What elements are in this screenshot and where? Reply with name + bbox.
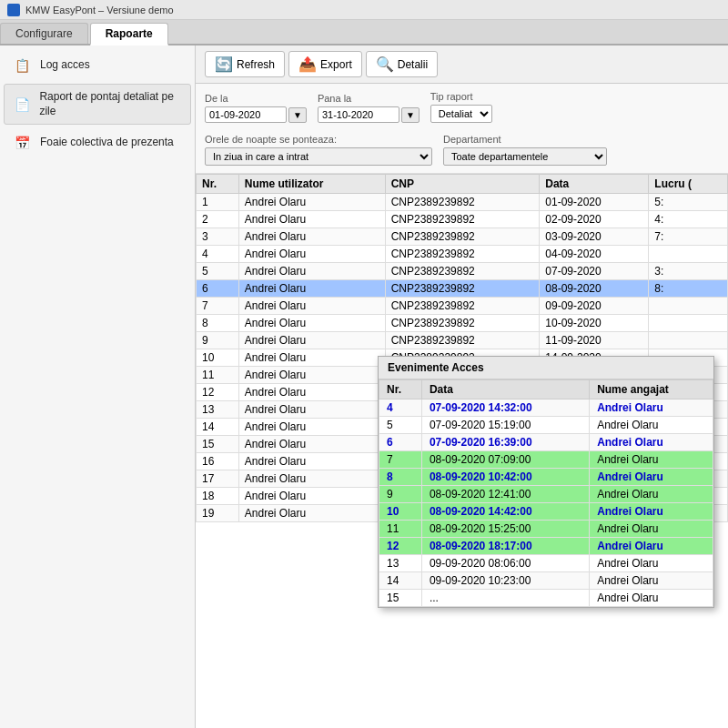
panala-input-group: ▼ xyxy=(318,106,420,123)
title-bar: KMW EasyPont – Versiune demo xyxy=(0,0,728,20)
tip-raport-select[interactable]: Detaliat xyxy=(430,105,492,123)
popup-cell-nr: 4 xyxy=(379,399,422,417)
title-text: KMW EasyPont – Versiune demo xyxy=(25,5,174,15)
popup-cell-nr: 9 xyxy=(379,486,422,503)
cell-nr: 19 xyxy=(197,505,239,522)
popup-cell-data: 09-09-2020 08:06:00 xyxy=(421,555,589,572)
popup-cell-nr: 10 xyxy=(379,503,422,521)
popup-cell-nume: Andrei Olaru xyxy=(590,538,713,555)
sidebar-item-foaie-colectiva[interactable]: 📅 Foaie colectiva de prezenta xyxy=(4,126,191,159)
tab-bar: Configurare Rapoarte xyxy=(0,20,728,46)
popup-cell-data: 09-09-2020 10:23:00 xyxy=(421,572,589,590)
table-row[interactable]: 5 Andrei Olaru CNP2389239892 07-09-2020 … xyxy=(197,263,728,280)
cell-nr: 13 xyxy=(197,401,239,419)
panala-input[interactable] xyxy=(318,106,399,123)
cell-nume: Andrei Olaru xyxy=(238,298,385,315)
cell-cnp: CNP2389239892 xyxy=(385,332,540,349)
popup-cell-nr: 6 xyxy=(379,434,422,451)
panala-calendar-btn[interactable]: ▼ xyxy=(401,107,420,123)
cell-lucru xyxy=(649,246,728,263)
col-cnp: CNP xyxy=(385,175,540,194)
popup-table-row[interactable]: 8 08-09-2020 10:42:00 Andrei Olaru xyxy=(379,469,713,486)
cell-nr: 17 xyxy=(197,470,239,488)
filter-tip-raport: Tip raport Detaliat xyxy=(430,91,492,123)
cell-data: 01-09-2020 xyxy=(540,194,649,211)
sidebar: 📋 Log acces 📄 Raport de pontaj detaliat … xyxy=(0,46,196,728)
cell-cnp: CNP2389239892 xyxy=(385,246,540,263)
table-header-row: Nr. Nume utilizator CNP Data Lucru ( xyxy=(197,175,728,194)
table-row[interactable]: 7 Andrei Olaru CNP2389239892 09-09-2020 xyxy=(197,298,728,315)
popup-col-nume: Nume angajat xyxy=(590,380,713,399)
log-acces-icon: 📋 xyxy=(11,55,33,76)
popup-table-row[interactable]: 14 09-09-2020 10:23:00 Andrei Olaru xyxy=(379,572,713,590)
tab-rapoarte[interactable]: Rapoarte xyxy=(90,23,168,46)
popup-cell-nr: 12 xyxy=(379,538,422,555)
popup-table-row[interactable]: 4 07-09-2020 14:32:00 Andrei Olaru xyxy=(379,399,713,417)
cell-nr: 15 xyxy=(197,436,239,453)
refresh-icon: 🔄 xyxy=(215,56,233,73)
cell-nr: 6 xyxy=(197,280,239,298)
table-row[interactable]: 2 Andrei Olaru CNP2389239892 02-09-2020 … xyxy=(197,211,728,228)
dela-input-group: ▼ xyxy=(205,106,307,123)
popup-cell-nume: Andrei Olaru xyxy=(590,555,713,572)
refresh-button[interactable]: 🔄 Refresh xyxy=(205,51,285,77)
cell-nr: 4 xyxy=(197,246,239,263)
cell-nume: Andrei Olaru xyxy=(238,384,385,401)
popup-cell-nr: 14 xyxy=(379,572,422,590)
popup-table-row[interactable]: 11 08-09-2020 15:25:00 Andrei Olaru xyxy=(379,521,713,538)
cell-nume: Andrei Olaru xyxy=(238,228,385,246)
sidebar-label-foaie-colectiva: Foaie colectiva de prezenta xyxy=(40,136,174,150)
popup-title: Evenimente Acces xyxy=(379,357,713,379)
cell-nume: Andrei Olaru xyxy=(238,211,385,228)
tab-configurare[interactable]: Configurare xyxy=(0,23,88,44)
export-icon: 📤 xyxy=(298,56,317,73)
table-row[interactable]: 4 Andrei Olaru CNP2389239892 04-09-2020 xyxy=(197,246,728,263)
popup-table-row[interactable]: 15 ... Andrei Olaru xyxy=(379,590,713,607)
table-row[interactable]: 6 Andrei Olaru CNP2389239892 08-09-2020 … xyxy=(197,280,728,298)
popup-table: Nr. Data Nume angajat 4 07-09-2020 14:32… xyxy=(379,379,713,607)
table-row[interactable]: 9 Andrei Olaru CNP2389239892 11-09-2020 xyxy=(197,332,728,349)
toolbar: 🔄 Refresh 📤 Export 🔍 Detalii xyxy=(196,46,728,84)
cell-data: 10-09-2020 xyxy=(540,315,649,332)
cell-data: 11-09-2020 xyxy=(540,332,649,349)
popup-table-row[interactable]: 5 07-09-2020 15:19:00 Andrei Olaru xyxy=(379,417,713,434)
popup-table-row[interactable]: 13 09-09-2020 08:06:00 Andrei Olaru xyxy=(379,555,713,572)
cell-cnp: CNP2389239892 xyxy=(385,298,540,315)
cell-nume: Andrei Olaru xyxy=(238,453,385,470)
popup-cell-nume: Andrei Olaru xyxy=(590,521,713,538)
filter-dela: De la ▼ xyxy=(205,93,307,123)
popup-table-row[interactable]: 9 08-09-2020 12:41:00 Andrei Olaru xyxy=(379,486,713,503)
dela-calendar-btn[interactable]: ▼ xyxy=(288,107,307,123)
popup-cell-nume: Andrei Olaru xyxy=(590,572,713,590)
cell-cnp: CNP2389239892 xyxy=(385,315,540,332)
filter-row2: Orele de noapte se ponteaza: In ziua in … xyxy=(205,134,719,166)
table-row[interactable]: 3 Andrei Olaru CNP2389239892 03-09-2020 … xyxy=(197,228,728,246)
sidebar-item-log-acces[interactable]: 📋 Log acces xyxy=(4,49,191,82)
noapte-select[interactable]: In ziua in care a intrat xyxy=(205,147,432,166)
popup-table-row[interactable]: 12 08-09-2020 18:17:00 Andrei Olaru xyxy=(379,538,713,555)
table-row[interactable]: 8 Andrei Olaru CNP2389239892 10-09-2020 xyxy=(197,315,728,332)
cell-nume: Andrei Olaru xyxy=(238,246,385,263)
popup-table-row[interactable]: 10 08-09-2020 14:42:00 Andrei Olaru xyxy=(379,503,713,521)
cell-lucru xyxy=(649,315,728,332)
table-row[interactable]: 1 Andrei Olaru CNP2389239892 01-09-2020 … xyxy=(197,194,728,211)
popup-cell-nume: Andrei Olaru xyxy=(590,590,713,607)
sidebar-item-raport-pontaj[interactable]: 📄 Raport de pontaj detaliat pe zile xyxy=(4,84,191,125)
cell-nume: Andrei Olaru xyxy=(238,470,385,488)
cell-nr: 5 xyxy=(197,263,239,280)
detalii-button[interactable]: 🔍 Detalii xyxy=(366,51,438,77)
cell-nume: Andrei Olaru xyxy=(238,263,385,280)
departament-select[interactable]: Toate departamentele xyxy=(443,147,607,166)
popup-cell-nr: 11 xyxy=(379,521,422,538)
popup-cell-data: 08-09-2020 12:41:00 xyxy=(421,486,589,503)
popup-cell-nr: 15 xyxy=(379,590,422,607)
popup-cell-nume: Andrei Olaru xyxy=(590,399,713,417)
detalii-icon: 🔍 xyxy=(376,56,394,73)
export-button[interactable]: 📤 Export xyxy=(288,51,362,77)
popup-table-row[interactable]: 6 07-09-2020 16:39:00 Andrei Olaru xyxy=(379,434,713,451)
cell-data: 04-09-2020 xyxy=(540,246,649,263)
dela-input[interactable] xyxy=(205,106,287,123)
export-label: Export xyxy=(320,58,352,71)
popup-table-row[interactable]: 7 08-09-2020 07:09:00 Andrei Olaru xyxy=(379,451,713,469)
popup-cell-nume: Andrei Olaru xyxy=(590,434,713,451)
